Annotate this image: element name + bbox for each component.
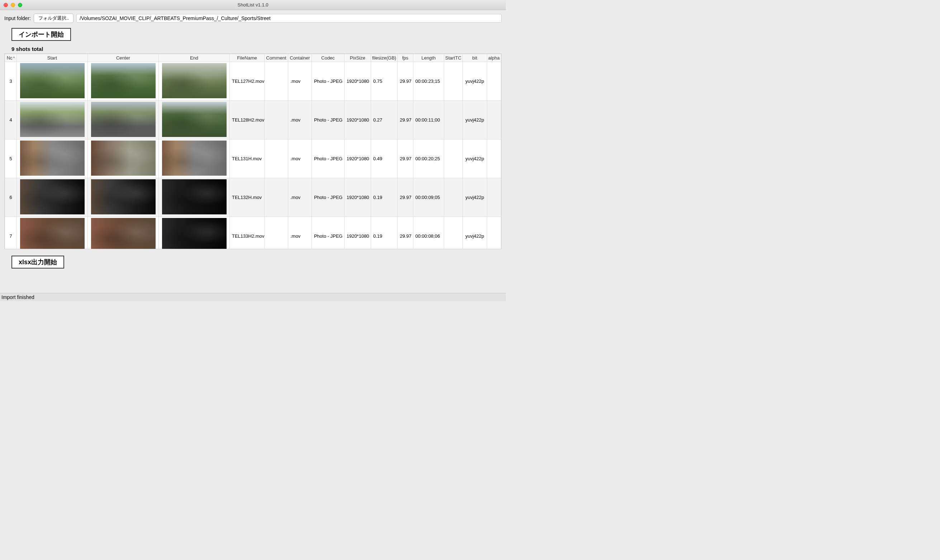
cell-thumb-center <box>88 140 159 178</box>
cell-thumb-end <box>159 62 230 101</box>
shots-table-wrap: Nc^ Start Center End FileName Comment Co… <box>4 54 502 249</box>
cell-filename: TEL132H.mov <box>230 178 265 217</box>
thumbnail-start[interactable] <box>20 179 85 214</box>
thumbnail-start[interactable] <box>20 218 85 249</box>
cell-no: 7 <box>5 217 17 249</box>
input-folder-label: Input folder: <box>4 15 31 21</box>
thumbnail-center[interactable] <box>91 140 155 176</box>
col-alpha[interactable]: alpha <box>487 54 501 62</box>
col-start[interactable]: Start <box>17 54 88 62</box>
cell-bit: yuvj422p <box>463 140 487 178</box>
cell-filename: TEL127H2.mov <box>230 62 265 101</box>
cell-bit: yuvj422p <box>463 217 487 249</box>
cell-container: .mov <box>288 178 312 217</box>
cell-pixsize: 1920*1080 <box>344 62 371 101</box>
table-row[interactable]: 4TEL128H2.mov.movPhoto - JPEG1920*10800.… <box>5 101 501 140</box>
cell-thumb-center <box>88 178 159 217</box>
table-row[interactable]: 7TEL133H2.mov.movPhoto - JPEG1920*10800.… <box>5 217 501 249</box>
cell-thumb-center <box>88 101 159 140</box>
folder-path-input[interactable] <box>76 14 502 23</box>
cell-fps: 29.97 <box>398 62 413 101</box>
thumbnail-start[interactable] <box>20 102 85 137</box>
col-bit[interactable]: bit <box>463 54 487 62</box>
shots-table[interactable]: Nc^ Start Center End FileName Comment Co… <box>5 54 501 249</box>
col-filesize[interactable]: filesize(GB) <box>371 54 397 62</box>
cell-thumb-end <box>159 217 230 249</box>
cell-comment <box>264 217 288 249</box>
window-title: ShotList v1.1.0 <box>0 2 506 8</box>
thumbnail-start[interactable] <box>20 63 85 98</box>
cell-filesize: 0.19 <box>371 178 397 217</box>
cell-filesize: 0.75 <box>371 62 397 101</box>
cell-fps: 29.97 <box>398 217 413 249</box>
cell-filename: TEL131H.mov <box>230 140 265 178</box>
cell-alpha <box>487 140 501 178</box>
cell-thumb-end <box>159 178 230 217</box>
col-no[interactable]: Nc^ <box>5 54 17 62</box>
cell-filesize: 0.27 <box>371 101 397 140</box>
status-bar: Import finished <box>0 293 506 301</box>
col-end[interactable]: End <box>159 54 230 62</box>
sort-asc-icon: ^ <box>13 56 15 60</box>
thumbnail-end[interactable] <box>162 63 226 98</box>
cell-bit: yuvj422p <box>463 101 487 140</box>
cell-length: 00:00:11;00 <box>413 101 444 140</box>
col-starttc[interactable]: StartTC <box>444 54 463 62</box>
thumbnail-center[interactable] <box>91 63 155 98</box>
cell-starttc <box>444 62 463 101</box>
shot-count: 9 shots total <box>11 46 506 52</box>
col-center[interactable]: Center <box>88 54 159 62</box>
cell-alpha <box>487 178 501 217</box>
cell-filesize: 0.19 <box>371 217 397 249</box>
table-row[interactable]: 6TEL132H.mov.movPhoto - JPEG1920*10800.1… <box>5 178 501 217</box>
thumbnail-start[interactable] <box>20 140 85 176</box>
col-filename[interactable]: FileName <box>230 54 265 62</box>
cell-no: 5 <box>5 140 17 178</box>
cell-starttc <box>444 217 463 249</box>
thumbnail-center[interactable] <box>91 179 155 214</box>
cell-container: .mov <box>288 101 312 140</box>
thumbnail-center[interactable] <box>91 102 155 137</box>
cell-thumb-center <box>88 62 159 101</box>
cell-no: 3 <box>5 62 17 101</box>
import-start-button[interactable]: インポート開始 <box>11 28 71 41</box>
cell-pixsize: 1920*1080 <box>344 101 371 140</box>
cell-thumb-start <box>17 101 88 140</box>
cell-thumb-center <box>88 217 159 249</box>
cell-no: 4 <box>5 101 17 140</box>
cell-length: 00:00:23;15 <box>413 62 444 101</box>
table-row[interactable]: 3TEL127H2.mov.movPhoto - JPEG1920*10800.… <box>5 62 501 101</box>
toolbar: Input folder: フォルダ選択.. <box>0 10 506 25</box>
cell-thumb-start <box>17 178 88 217</box>
cell-alpha <box>487 62 501 101</box>
browse-folder-button[interactable]: フォルダ選択.. <box>34 14 74 23</box>
cell-thumb-start <box>17 217 88 249</box>
col-length[interactable]: Length <box>413 54 444 62</box>
table-header-row: Nc^ Start Center End FileName Comment Co… <box>5 54 501 62</box>
cell-fps: 29.97 <box>398 140 413 178</box>
cell-container: .mov <box>288 217 312 249</box>
thumbnail-end[interactable] <box>162 218 226 249</box>
cell-thumb-start <box>17 62 88 101</box>
titlebar: ShotList v1.1.0 <box>0 0 506 10</box>
thumbnail-end[interactable] <box>162 179 226 214</box>
col-container[interactable]: Container <box>288 54 312 62</box>
cell-length: 00:00:20;25 <box>413 140 444 178</box>
cell-container: .mov <box>288 62 312 101</box>
cell-filesize: 0.49 <box>371 140 397 178</box>
table-row[interactable]: 5TEL131H.mov.movPhoto - JPEG1920*10800.4… <box>5 140 501 178</box>
cell-codec: Photo - JPEG <box>312 62 344 101</box>
cell-alpha <box>487 217 501 249</box>
cell-container: .mov <box>288 140 312 178</box>
col-pixsize[interactable]: PixSize <box>344 54 371 62</box>
thumbnail-end[interactable] <box>162 102 226 137</box>
thumbnail-end[interactable] <box>162 140 226 176</box>
thumbnail-center[interactable] <box>91 218 155 249</box>
cell-codec: Photo - JPEG <box>312 217 344 249</box>
col-fps[interactable]: fps <box>398 54 413 62</box>
cell-starttc <box>444 178 463 217</box>
col-codec[interactable]: Codec <box>312 54 344 62</box>
col-comment[interactable]: Comment <box>264 54 288 62</box>
xlsx-export-button[interactable]: xlsx出力開始 <box>11 255 64 269</box>
cell-codec: Photo - JPEG <box>312 178 344 217</box>
